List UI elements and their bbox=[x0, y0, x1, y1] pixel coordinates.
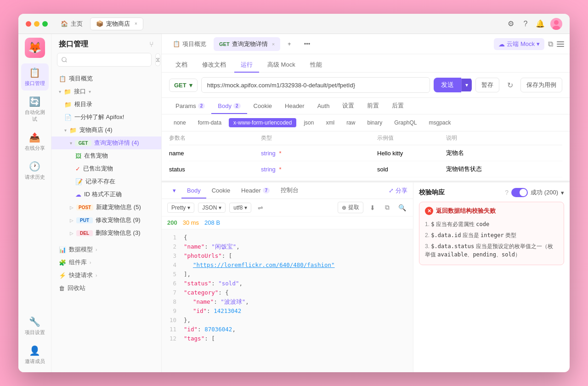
response-collapse-icon[interactable]: ▾ bbox=[167, 183, 181, 199]
home-tab[interactable]: 🏠 主页 bbox=[55, 18, 88, 30]
params-tab-header[interactable]: Header bbox=[278, 99, 311, 114]
extract-button[interactable]: ⊕ 提取 bbox=[338, 202, 363, 213]
tree-item-put-pet[interactable]: ▷ PUT 修改宠物信息 (9) bbox=[51, 214, 161, 227]
sidebar-item-automation[interactable]: 🔄 自动化测试 bbox=[21, 92, 49, 126]
col-desc: 说明 bbox=[446, 134, 562, 142]
body-type-urlencoded[interactable]: x-www-form-urlencoded bbox=[229, 118, 296, 127]
send-button[interactable]: 发送 ▾ bbox=[434, 78, 472, 92]
sub-tab-perf[interactable]: 性能 bbox=[304, 58, 328, 73]
doc-icon: 📄 bbox=[64, 114, 72, 121]
copy-icon[interactable]: ⧉ bbox=[382, 202, 393, 213]
close-tab-icon[interactable]: × bbox=[135, 21, 137, 26]
mock-chevron-icon: ▾ bbox=[537, 40, 540, 47]
tree-item-in-stock[interactable]: 🖼 在售宠物 bbox=[51, 149, 161, 162]
close-button[interactable] bbox=[26, 21, 31, 27]
response-tab-console[interactable]: 控制台 bbox=[275, 182, 304, 199]
tab-overview[interactable]: 📋 项目概览 bbox=[167, 37, 212, 51]
settings-icon[interactable]: ⚙ bbox=[506, 19, 515, 28]
params-tab-settings[interactable]: 设置 bbox=[336, 98, 361, 114]
filter-button[interactable]: ⧖ bbox=[155, 53, 160, 66]
code-line-1: 1 { bbox=[167, 233, 407, 242]
sidebar-item-api-manager[interactable]: 📋 接口管理 bbox=[21, 63, 49, 91]
refresh-button[interactable]: ↻ bbox=[503, 78, 517, 92]
response-tab-cookie[interactable]: Cookie bbox=[206, 183, 236, 199]
sub-tab-docs[interactable]: 文档 bbox=[169, 58, 194, 73]
encoding-select[interactable]: utf8 ▾ bbox=[229, 203, 251, 213]
add-tab-button[interactable]: + bbox=[282, 38, 297, 50]
body-type-xml[interactable]: xml bbox=[321, 118, 339, 127]
search-input[interactable] bbox=[57, 53, 152, 67]
minimize-button[interactable] bbox=[34, 21, 40, 27]
sub-tab-edit-docs[interactable]: 修改文档 bbox=[196, 58, 232, 73]
params-tab-params[interactable]: Params 2 bbox=[169, 99, 211, 114]
body-type-msgpack[interactable]: msgpack bbox=[424, 118, 456, 127]
body-type-binary[interactable]: binary bbox=[362, 118, 387, 127]
tree-section-quick-req[interactable]: ⚡ 快捷请求 › bbox=[51, 269, 161, 282]
tree-item-sold[interactable]: ✓ 已售出宠物 bbox=[51, 162, 161, 175]
split-view-icon[interactable]: ⧉ bbox=[548, 40, 553, 48]
params-tab-auth[interactable]: Auth bbox=[311, 99, 336, 114]
hamburger-menu[interactable] bbox=[557, 41, 564, 47]
tree-section-components[interactable]: 🧩 组件库 › bbox=[51, 256, 161, 269]
toggle-switch[interactable] bbox=[511, 188, 528, 197]
share-button[interactable]: ⤢ 分享 bbox=[389, 187, 407, 195]
method-select[interactable]: GET ▾ bbox=[169, 79, 198, 92]
save-draft-button[interactable]: 暂存 bbox=[475, 78, 499, 92]
params-tab-cookie[interactable]: Cookie bbox=[247, 99, 278, 114]
download-icon[interactable]: ⬇ bbox=[367, 202, 378, 213]
tab-close-icon[interactable]: × bbox=[272, 41, 275, 47]
send-main-label[interactable]: 发送 bbox=[434, 78, 461, 92]
sidebar-item-history[interactable]: 🕐 请求历史 bbox=[21, 157, 49, 184]
url-input[interactable] bbox=[201, 77, 430, 93]
body-type-raw[interactable]: raw bbox=[342, 118, 360, 127]
save-as-case-button[interactable]: 保存为用例 bbox=[520, 78, 562, 92]
more-tabs-button[interactable]: ••• bbox=[299, 38, 316, 50]
params-tab-post[interactable]: 后置 bbox=[385, 98, 410, 114]
tab-get-pet[interactable]: GET 查询宠物详情 × bbox=[214, 37, 280, 51]
search-response-icon[interactable]: 🔍 bbox=[396, 202, 407, 213]
maximize-button[interactable] bbox=[42, 21, 48, 27]
body-type-tabs: none form-data x-www-form-urlencoded jso… bbox=[162, 114, 570, 131]
send-dropdown-icon[interactable]: ▾ bbox=[461, 79, 472, 91]
quick-req-icon: ⚡ bbox=[59, 272, 66, 279]
body-type-graphql[interactable]: GraphQL bbox=[390, 118, 421, 127]
tree-item-pet-shop[interactable]: ▾ 📁 宠物商店 (4) bbox=[51, 124, 161, 136]
tree-item-apifox-intro[interactable]: 📄 一分钟了解 Apifox! bbox=[51, 111, 161, 124]
tree-item-not-exist[interactable]: 📝 记录不存在 bbox=[51, 175, 161, 188]
response-tab-header[interactable]: Header 7 bbox=[236, 183, 275, 199]
sidebar-item-share[interactable]: 📤 在线分享 bbox=[21, 128, 49, 155]
tree-section-api[interactable]: ▾ 📁 接口 ▾ bbox=[51, 85, 161, 98]
sub-tab-run[interactable]: 运行 bbox=[234, 58, 259, 73]
recycle-icon: 🗑 bbox=[59, 285, 65, 292]
avatar[interactable] bbox=[550, 18, 562, 30]
tree-item-bad-format[interactable]: ☁ ID 格式不正确 bbox=[51, 188, 161, 201]
sidebar-item-project-settings[interactable]: 🔧 项目设置 bbox=[21, 312, 49, 340]
tree-section-recycle[interactable]: 🗑 回收站 bbox=[51, 282, 161, 295]
help-icon[interactable]: ? bbox=[521, 19, 530, 28]
bell-icon[interactable]: 🔔 bbox=[536, 19, 545, 28]
tree-item-root[interactable]: 📁 根目录 bbox=[51, 98, 161, 111]
share-label: 在线分享 bbox=[25, 145, 45, 152]
tree-section-data-models[interactable]: 📊 数据模型 › bbox=[51, 243, 161, 256]
body-type-form-data[interactable]: form-data bbox=[193, 118, 226, 127]
tree-item-post-pet[interactable]: ▷ POST 新建宠物信息 (5) bbox=[51, 201, 161, 214]
sidebar-item-invite[interactable]: 👤 邀请成员 bbox=[21, 341, 49, 369]
validation-status: 成功 (200) ▾ bbox=[531, 188, 564, 197]
status-chevron-icon: ▾ bbox=[561, 189, 564, 196]
pet-shop-tab[interactable]: 📦 宠物商店 × bbox=[90, 17, 143, 30]
type-select[interactable]: JSON ▾ bbox=[198, 203, 226, 213]
tree-item-overview[interactable]: 📋 项目概览 bbox=[51, 72, 161, 85]
tree-item-get-pet[interactable]: ▾ GET 查询宠物详情 (4) bbox=[51, 136, 161, 149]
format-select[interactable]: Pretty ▾ bbox=[167, 203, 194, 213]
body-type-json[interactable]: json bbox=[299, 118, 318, 127]
body-type-none[interactable]: none bbox=[169, 118, 191, 127]
params-tab-pre[interactable]: 前置 bbox=[361, 98, 385, 114]
response-tab-body[interactable]: Body bbox=[181, 183, 206, 199]
mock-badge[interactable]: ☁ 云端 Mock ▾ bbox=[494, 38, 544, 50]
tree-item-del-pet[interactable]: ▷ DEL 删除宠物信息 (3) bbox=[51, 227, 161, 239]
pet-shop-chevron-icon: ▾ bbox=[64, 128, 67, 133]
wrap-icon[interactable]: ⇌ bbox=[255, 202, 266, 213]
params-tab-body[interactable]: Body 2 bbox=[211, 99, 247, 114]
sub-tab-advanced-mock[interactable]: 高级 Mock bbox=[261, 58, 302, 73]
validation-panel: 校验响应 ? 成功 (200) ▾ bbox=[419, 188, 564, 265]
